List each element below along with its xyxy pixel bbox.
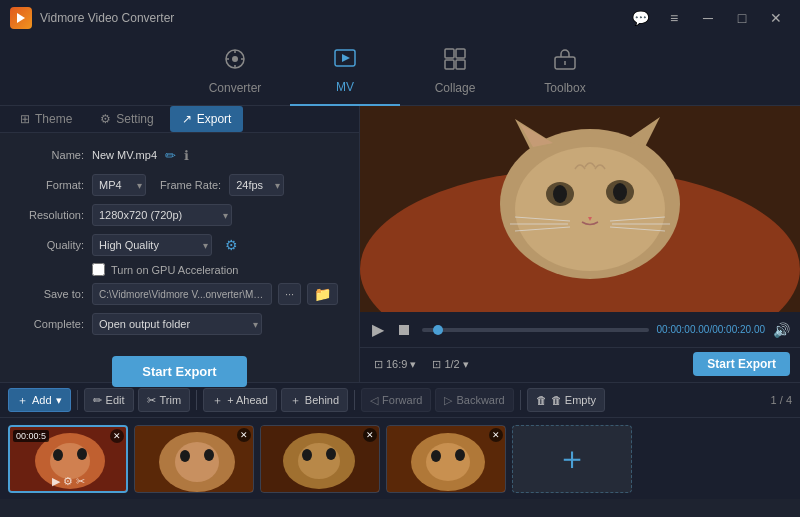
thumbnail-add-button[interactable]: ＋ (512, 425, 632, 493)
thumb-1-close[interactable]: ✕ (110, 429, 124, 443)
complete-select[interactable]: Open output folder Do nothing Shut down (92, 313, 262, 335)
edit-button[interactable]: ✏ Edit (84, 388, 134, 412)
page-count: 1 / 4 (771, 394, 792, 406)
svg-point-2 (232, 56, 238, 62)
svg-point-36 (53, 449, 63, 461)
thumb-1-cut-icon[interactable]: ✂ (76, 475, 85, 488)
framerate-select-wrapper: 24fps 30fps 60fps (229, 174, 284, 196)
titlebar: Vidmore Video Converter 💬 ≡ ─ □ ✕ (0, 0, 800, 36)
close-button[interactable]: ✕ (762, 8, 790, 28)
quality-select[interactable]: High Quality Medium Quality Low Quality (92, 234, 212, 256)
thumb-3-close[interactable]: ✕ (363, 428, 377, 442)
player-controls: ▶ ⏹ 00:00:00.00/00:00:20.00 🔊 (360, 312, 800, 347)
tab-collage[interactable]: Collage (400, 36, 510, 106)
thumbnail-1[interactable]: 00:00:5 ✕ ▶ ⚙ ✂ (8, 425, 128, 493)
svg-point-40 (175, 442, 219, 482)
gpu-checkbox[interactable] (92, 263, 105, 276)
theme-label: Theme (35, 112, 72, 126)
svg-marker-8 (342, 54, 350, 62)
name-edit-icon[interactable]: ✏ (165, 148, 176, 163)
main-content: ⊞ Theme ⚙ Setting ↗ Export Name: New MV.… (0, 106, 800, 382)
backward-button[interactable]: ▷ Backward (435, 388, 513, 412)
start-export-left-button[interactable]: Start Export (112, 356, 246, 387)
browse-dots-button[interactable]: ··· (278, 283, 301, 305)
svg-point-47 (326, 448, 336, 460)
menu-button[interactable]: ≡ (660, 8, 688, 28)
app-title: Vidmore Video Converter (40, 11, 174, 25)
ratio-icon: ⊡ (374, 358, 383, 371)
aspect-ratio-button[interactable]: ⊡ 16:9 ▾ (370, 356, 420, 373)
minimize-button[interactable]: ─ (694, 8, 722, 28)
svg-point-41 (180, 450, 190, 462)
ahead-icon: ＋ (212, 393, 223, 408)
thumb-1-settings-icon[interactable]: ⚙ (63, 475, 73, 488)
trim-button[interactable]: ✂ Trim (138, 388, 191, 412)
name-row: Name: New MV.mp4 ✏ ℹ (12, 143, 347, 167)
left-panel: ⊞ Theme ⚙ Setting ↗ Export Name: New MV.… (0, 106, 360, 382)
quality-row: Quality: High Quality Medium Quality Low… (12, 233, 347, 257)
thumb-1-time: 00:00:5 (13, 430, 49, 442)
export-label: Export (197, 112, 232, 126)
ahead-label: + Ahead (227, 394, 268, 406)
progress-indicator (433, 325, 443, 335)
open-folder-button[interactable]: 📁 (307, 283, 338, 305)
thumbnail-4[interactable]: ✕ (386, 425, 506, 493)
save-path-text: C:\Vidmore\Vidmore V...onverter\MV Expor… (92, 283, 272, 305)
maximize-button[interactable]: □ (728, 8, 756, 28)
thumb-2-close[interactable]: ✕ (237, 428, 251, 442)
scale-icon: ⊡ (432, 358, 441, 371)
scale-button[interactable]: ⊡ 1/2 ▾ (428, 356, 472, 373)
tab-converter[interactable]: Converter (180, 36, 290, 106)
name-info-icon[interactable]: ℹ (184, 148, 189, 163)
quality-gear-button[interactable]: ⚙ (220, 234, 242, 256)
svg-point-35 (50, 443, 90, 479)
sub-tab-export[interactable]: ↗ Export (170, 106, 244, 132)
add-button[interactable]: ＋ Add ▾ (8, 388, 71, 412)
player-controls2: ⊡ 16:9 ▾ ⊡ 1/2 ▾ Start Export (360, 347, 800, 382)
sub-tab-setting[interactable]: ⚙ Setting (88, 106, 165, 132)
message-button[interactable]: 💬 (626, 8, 654, 28)
volume-button[interactable]: 🔊 (773, 322, 790, 338)
export-form: Name: New MV.mp4 ✏ ℹ Format: MP4 AVI MOV… (0, 133, 359, 346)
sub-tab-theme[interactable]: ⊞ Theme (8, 106, 84, 132)
resolution-select[interactable]: 1280x720 (720p) 1920x1080 (1080p) 640x48… (92, 204, 232, 226)
divider-4 (520, 390, 521, 410)
saveto-row: Save to: C:\Vidmore\Vidmore V...onverter… (12, 282, 347, 306)
tab-toolbox[interactable]: Toolbox (510, 36, 620, 106)
behind-button[interactable]: ＋ Behind (281, 388, 348, 412)
save-path-row: C:\Vidmore\Vidmore V...onverter\MV Expor… (92, 283, 338, 305)
app-logo (10, 7, 32, 29)
svg-point-51 (431, 450, 441, 462)
empty-icon: 🗑 (536, 394, 547, 406)
svg-point-46 (302, 449, 312, 461)
edit-label: Edit (106, 394, 125, 406)
behind-label: Behind (305, 394, 339, 406)
start-export-right-button[interactable]: Start Export (693, 352, 790, 376)
toolbox-label: Toolbox (544, 81, 585, 95)
time-current: 00:00:00.00 (657, 324, 710, 335)
collage-label: Collage (435, 81, 476, 95)
thumbnail-3[interactable]: ✕ (260, 425, 380, 493)
svg-point-37 (77, 448, 87, 460)
empty-button[interactable]: 🗑 🗑 Empty (527, 388, 605, 412)
svg-point-25 (613, 183, 627, 201)
forward-button[interactable]: ◁ Forward (361, 388, 431, 412)
thumbnail-2[interactable]: ✕ (134, 425, 254, 493)
framerate-label: Frame Rate: (160, 179, 221, 191)
stop-button[interactable]: ⏹ (394, 319, 414, 341)
complete-label: Complete: (12, 318, 84, 330)
ahead-button[interactable]: ＋ + Ahead (203, 388, 277, 412)
svg-rect-11 (445, 60, 454, 69)
framerate-select[interactable]: 24fps 30fps 60fps (229, 174, 284, 196)
svg-point-21 (515, 147, 665, 271)
divider-2 (196, 390, 197, 410)
format-select[interactable]: MP4 AVI MOV (92, 174, 146, 196)
svg-point-50 (426, 443, 470, 481)
play-button[interactable]: ▶ (370, 318, 386, 341)
resolution-row: Resolution: 1280x720 (720p) 1920x1080 (1… (12, 203, 347, 227)
tab-mv[interactable]: MV (290, 36, 400, 106)
format-label: Format: (12, 179, 84, 191)
thumb-4-close[interactable]: ✕ (489, 428, 503, 442)
progress-bar[interactable] (422, 328, 649, 332)
thumb-1-play-icon[interactable]: ▶ (52, 475, 60, 488)
